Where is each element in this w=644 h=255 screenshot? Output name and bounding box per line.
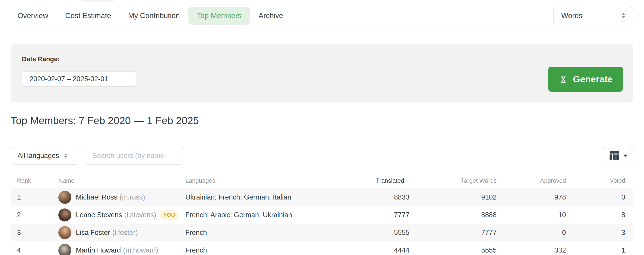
generate-button-label: Generate: [573, 74, 613, 84]
tabs-divider: [11, 30, 633, 30]
avatar: [58, 244, 71, 255]
date-range-label: Date Range:: [22, 56, 60, 63]
avatar: [58, 191, 71, 204]
tab-my-contribution[interactable]: My Contribution: [120, 7, 188, 24]
translated-value: 5555: [330, 228, 418, 237]
target-words-value: 9102: [418, 193, 505, 201]
select-arrows-icon: [64, 153, 68, 158]
tab-cost-estimate[interactable]: Cost Estimate: [57, 7, 120, 24]
select-arrows-icon: [621, 12, 626, 19]
avatar: [58, 208, 71, 222]
hourglass-icon: [558, 74, 568, 84]
rank-value: 3: [11, 228, 58, 237]
member-cell: Martin Howard (m.howard): [58, 244, 185, 255]
column-header-name[interactable]: Name: [58, 178, 185, 184]
member-username: (m.howard): [123, 246, 158, 254]
tab-top-members[interactable]: Top Members: [188, 7, 250, 24]
column-header-approved[interactable]: Approved: [505, 178, 574, 184]
language-filter-select[interactable]: All languages: [11, 147, 78, 165]
approved-value: 0: [505, 228, 574, 237]
approved-value: 978: [505, 193, 574, 201]
date-range-value: 2020-02-07 – 2025-02-01: [30, 75, 108, 83]
columns-settings-button[interactable]: [604, 147, 633, 164]
column-header-target-words[interactable]: Target Words: [418, 178, 505, 184]
member-username: (l.foster): [112, 228, 138, 237]
languages-value: French; Arabic; German; Ukrainian: [185, 211, 330, 219]
table-row: 3 Lisa Foster (l.foster) French 5555 777…: [11, 224, 633, 241]
languages-value: Ukrainian; French; German; Italian: [185, 193, 330, 201]
tab-archive[interactable]: Archive: [250, 7, 292, 24]
table-row: 4 Martin Howard (m.howard) French 4444 5…: [11, 241, 633, 255]
target-words-value: 7777: [418, 228, 505, 237]
languages-value: French: [185, 228, 330, 237]
table-header-row: Rank Name Languages Translated↑ Target W…: [11, 173, 633, 188]
translated-value: 8833: [330, 193, 418, 201]
target-words-value: 5555: [418, 246, 505, 254]
member-name[interactable]: Michael Ross: [76, 193, 118, 201]
column-header-languages[interactable]: Languages: [185, 178, 330, 184]
member-username: (l.stevens): [124, 211, 156, 219]
top-members-table: Rank Name Languages Translated↑ Target W…: [11, 173, 633, 255]
table-columns-icon: [609, 151, 620, 160]
report-tabs: Overview Cost Estimate My Contribution T…: [9, 7, 292, 24]
member-name[interactable]: Martin Howard: [76, 246, 121, 254]
you-badge: YOU: [160, 210, 178, 220]
unit-select[interactable]: Words: [553, 7, 633, 24]
column-header-voted[interactable]: Voted: [574, 178, 633, 184]
date-range-input[interactable]: 2020-02-07 – 2025-02-01: [22, 71, 136, 87]
member-cell: Michael Ross (m.ross): [58, 191, 185, 204]
unit-select-value: Words: [561, 12, 582, 20]
rank-value: 1: [11, 193, 58, 201]
member-cell: Leane Stevens (l.stevens) YOU: [58, 208, 185, 222]
language-filter-value: All languages: [18, 152, 59, 160]
translated-value: 4444: [330, 246, 418, 254]
voted-value: 8: [574, 211, 633, 219]
voted-value: 3: [574, 228, 633, 237]
tab-overview[interactable]: Overview: [9, 7, 57, 24]
voted-value: 1: [574, 246, 633, 254]
rank-value: 4: [11, 246, 58, 254]
clipped-top-element: [81, 0, 114, 2]
member-username: (m.ross): [120, 193, 145, 201]
avatar: [58, 226, 71, 239]
languages-value: French: [185, 246, 330, 254]
approved-value: 332: [505, 246, 574, 254]
table-row: 2 Leane Stevens (l.stevens) YOU French; …: [11, 206, 633, 224]
member-cell: Lisa Foster (l.foster): [58, 226, 185, 239]
generate-button[interactable]: Generate: [548, 67, 623, 92]
translated-value: 7777: [330, 211, 418, 219]
column-header-translated[interactable]: Translated↑: [330, 178, 418, 184]
sort-ascending-icon: ↑: [406, 178, 410, 184]
report-generator-panel: Date Range: 2020-02-07 – 2025-02-01 Gene…: [11, 44, 633, 102]
member-name[interactable]: Leane Stevens: [76, 211, 122, 219]
rank-value: 2: [11, 211, 58, 219]
reports-page: Overview Cost Estimate My Contribution T…: [0, 0, 644, 255]
chevron-down-icon: [623, 154, 628, 157]
table-row: 1 Michael Ross (m.ross) Ukrainian; Frenc…: [11, 188, 633, 206]
target-words-value: 8888: [418, 211, 505, 219]
column-header-rank[interactable]: Rank: [11, 178, 58, 184]
approved-value: 10: [505, 211, 574, 219]
page-title: Top Members: 7 Feb 2020 — 1 Feb 2025: [11, 115, 199, 126]
member-name[interactable]: Lisa Foster: [76, 228, 110, 237]
voted-value: 0: [574, 193, 633, 201]
search-input[interactable]: [84, 147, 184, 165]
